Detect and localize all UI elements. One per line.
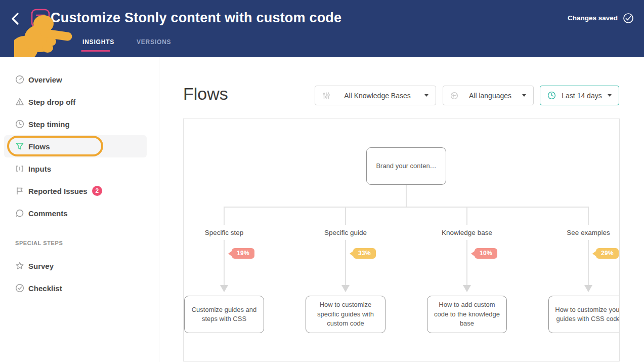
clock-icon xyxy=(15,119,24,129)
tab-insights[interactable]: INSIGHTS xyxy=(82,38,114,46)
sidebar-item-flows[interactable]: Flows xyxy=(0,135,159,157)
branch-percent-badge: 33% xyxy=(350,248,376,259)
arrow-down-icon xyxy=(341,285,350,292)
sidebar-item-checklist[interactable]: Checklist xyxy=(0,277,159,299)
sidebar-item-comments[interactable]: Comments xyxy=(0,202,159,224)
globe-icon xyxy=(450,92,458,100)
branch-percent-badge: 10% xyxy=(471,248,497,259)
sidebar-item-inputs[interactable]: Inputs xyxy=(0,157,159,180)
connector-line xyxy=(588,240,589,285)
branch-label: Specific step xyxy=(183,229,270,236)
tab-versions[interactable]: VERSIONS xyxy=(137,38,171,46)
page-title: Customize Stonly content with custom cod… xyxy=(51,10,341,26)
clock-icon xyxy=(547,91,556,100)
connector-line xyxy=(345,240,346,285)
sliders-icon xyxy=(322,92,330,100)
sidebar-divider xyxy=(159,57,159,362)
sidebar-item-label: Checklist xyxy=(28,284,62,293)
sidebar-item-label: Step timing xyxy=(28,120,70,129)
gauge-icon xyxy=(15,75,24,84)
flow-root-node[interactable]: Brand your conten… xyxy=(366,147,446,185)
arrow-down-icon xyxy=(584,285,592,292)
sidebar-item-label: Overview xyxy=(28,75,62,84)
flow-target-node[interactable]: How to customize your guides with CSS co… xyxy=(548,296,620,333)
badge-value: 29% xyxy=(596,248,619,259)
flag-icon xyxy=(15,186,24,195)
connector-line xyxy=(345,207,346,225)
sidebar-item-overview[interactable]: Overview xyxy=(0,68,159,91)
header-bar: Customize Stonly content with custom cod… xyxy=(0,0,644,57)
badge-tail xyxy=(592,251,596,256)
chevron-down-icon xyxy=(522,94,526,97)
chevron-down-icon xyxy=(608,94,612,97)
star-icon xyxy=(15,261,24,270)
sidebar-item-reported-issues[interactable]: Reported Issues 2 xyxy=(0,180,159,202)
dropdown-value: All Knowledge Bases xyxy=(339,92,416,100)
funnel-icon xyxy=(15,142,24,151)
badge-value: 19% xyxy=(232,248,254,259)
back-button[interactable] xyxy=(9,11,22,26)
branch-label: Specific guide xyxy=(300,229,391,236)
connector-line xyxy=(224,207,589,208)
date-range-dropdown[interactable]: Last 14 days xyxy=(540,86,619,105)
sidebar-item-label: Survey xyxy=(28,262,54,270)
sidebar-item-step-timing[interactable]: Step timing xyxy=(0,113,159,135)
connector-line xyxy=(224,207,225,225)
connector-line xyxy=(466,207,467,225)
language-filter-dropdown[interactable]: All languages xyxy=(443,86,534,105)
main-page-title: Flows xyxy=(183,84,228,104)
arrow-down-icon xyxy=(463,285,471,292)
save-status-text: Changes saved xyxy=(568,14,618,22)
connector-line xyxy=(466,240,467,285)
arrow-down-icon xyxy=(220,285,228,292)
active-tab-underline xyxy=(81,50,110,52)
branch-percent-badge: 29% xyxy=(592,248,619,259)
issues-count-badge: 2 xyxy=(92,186,102,196)
app-window: Customize Stonly content with custom cod… xyxy=(0,0,644,362)
check-circle-icon xyxy=(15,284,24,293)
special-steps-section-label: SPECIAL STEPS xyxy=(15,240,63,246)
connector-line xyxy=(588,207,589,225)
flow-target-node[interactable]: How to customize specific guides with cu… xyxy=(306,296,385,333)
comment-icon xyxy=(15,209,24,218)
guide-document-icon xyxy=(30,8,51,30)
sidebar-item-label: Flows xyxy=(28,142,50,151)
branch-label: See examples xyxy=(543,229,620,236)
warning-icon xyxy=(15,97,24,106)
badge-tail xyxy=(471,251,475,256)
badge-value: 33% xyxy=(353,248,376,259)
connector-line xyxy=(406,185,407,207)
flows-diagram-panel: Brand your conten… Specific step 19% Cus… xyxy=(183,118,620,362)
brackets-icon xyxy=(15,164,24,173)
knowledge-base-filter-dropdown[interactable]: All Knowledge Bases xyxy=(315,86,436,105)
badge-tail xyxy=(228,251,232,256)
sidebar-item-label: Reported Issues xyxy=(28,187,88,195)
badge-tail xyxy=(350,251,353,256)
sidebar-item-survey[interactable]: Survey xyxy=(0,255,159,277)
flow-target-node[interactable]: How to add custom code to the knowledge … xyxy=(427,296,507,333)
dropdown-value: All languages xyxy=(464,92,517,100)
sidebar-item-step-drop-off[interactable]: Step drop off xyxy=(0,91,159,113)
sidebar-item-label: Inputs xyxy=(28,165,51,173)
branch-percent-badge: 19% xyxy=(228,248,254,259)
branch-label: Knowledge base xyxy=(421,229,512,236)
sidebar-item-label: Comments xyxy=(28,209,68,218)
badge-value: 10% xyxy=(475,248,497,259)
sidebar-item-label: Step drop off xyxy=(28,98,75,106)
flow-target-node[interactable]: Customize guides and steps with CSS xyxy=(184,296,264,333)
connector-line xyxy=(224,240,225,285)
tab-editor[interactable]: EDITOR xyxy=(28,38,53,46)
saved-check-icon xyxy=(623,13,634,26)
chevron-down-icon xyxy=(424,94,428,97)
dropdown-value: Last 14 days xyxy=(556,92,607,100)
